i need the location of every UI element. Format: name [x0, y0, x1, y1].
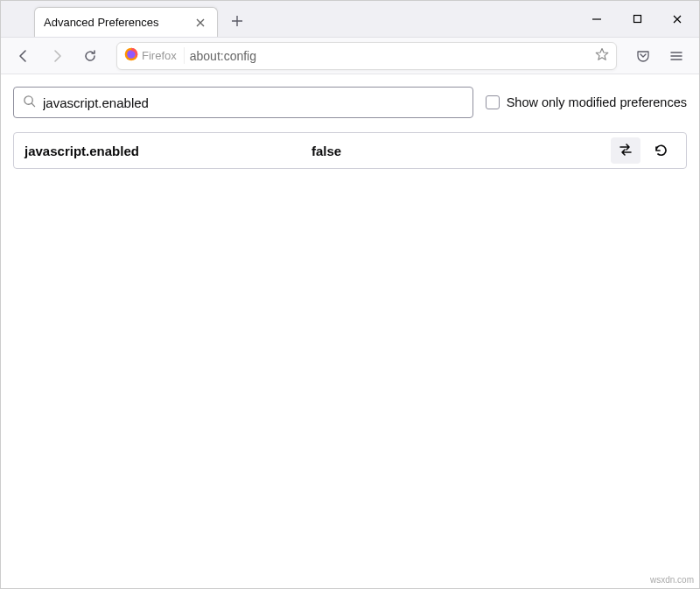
tab-title: Advanced Preferences — [44, 16, 159, 29]
pref-actions — [611, 137, 676, 164]
back-button[interactable] — [10, 42, 38, 70]
tabs-area: Advanced Preferences — [1, 1, 251, 37]
reset-button[interactable] — [646, 137, 676, 164]
bookmark-star-icon[interactable] — [595, 47, 609, 64]
search-row: Show only modified preferences — [13, 87, 687, 118]
pref-row: javascript.enabled false — [13, 132, 687, 169]
url-text: about:config — [190, 49, 256, 63]
close-icon[interactable] — [192, 15, 208, 31]
titlebar: Advanced Preferences — [1, 1, 699, 38]
reload-button[interactable] — [76, 42, 104, 70]
svg-point-3 — [24, 96, 32, 104]
undo-icon — [653, 143, 668, 159]
checkbox-icon[interactable] — [486, 95, 500, 109]
maximize-button[interactable] — [617, 6, 657, 32]
pref-name: javascript.enabled — [24, 144, 304, 158]
identity-label: Firefox — [142, 49, 177, 62]
search-input[interactable] — [43, 95, 464, 110]
show-modified-label: Show only modified preferences — [507, 95, 687, 109]
show-modified-checkbox[interactable]: Show only modified preferences — [486, 95, 687, 109]
firefox-icon — [124, 47, 138, 64]
forward-button[interactable] — [43, 42, 71, 70]
url-bar[interactable]: Firefox about:config — [116, 42, 617, 70]
watermark: wsxdn.com — [650, 575, 694, 585]
app-menu-button[interactable] — [662, 42, 690, 70]
svg-rect-0 — [634, 16, 640, 23]
close-window-button[interactable] — [657, 6, 697, 32]
pref-value: false — [312, 144, 604, 158]
nav-toolbar: Firefox about:config — [1, 38, 699, 74]
toggle-icon — [618, 143, 634, 159]
pocket-button[interactable] — [629, 42, 657, 70]
search-box[interactable] — [13, 87, 473, 118]
minimize-button[interactable] — [577, 6, 617, 32]
tab-advanced-preferences[interactable]: Advanced Preferences — [34, 7, 218, 37]
about-config-content: Show only modified preferences javascrip… — [1, 74, 699, 181]
search-icon — [23, 95, 36, 110]
toggle-button[interactable] — [611, 137, 640, 164]
identity-box[interactable]: Firefox — [124, 47, 185, 64]
window-controls — [577, 1, 699, 37]
new-tab-button[interactable] — [223, 7, 251, 35]
